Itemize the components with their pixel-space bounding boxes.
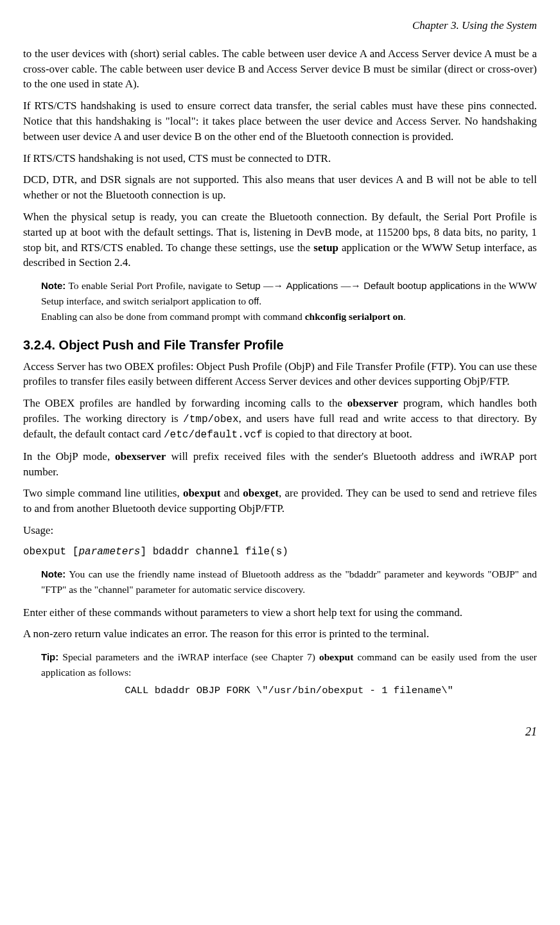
usage-command: obexput [parameters] bdaddr channel file… (23, 545, 537, 559)
bold-text: obexput (319, 651, 353, 662)
text: In the ObjP mode, (23, 450, 115, 463)
bold-text: chkconfig serialport on (305, 311, 403, 322)
paragraph: In the ObjP mode, obexserver will prefix… (23, 449, 537, 480)
text: Two simple command line utilities, (23, 487, 183, 499)
note-block: Note: To enable Serial Port Profile, nav… (41, 278, 537, 324)
note-label: Note: (41, 568, 66, 579)
text: is copied to that directory at boot. (263, 428, 412, 440)
note-text: To enable Serial Port Profile, navigate … (66, 280, 235, 291)
arrow-icon: —→ (338, 280, 363, 291)
paragraph: A non-zero return value indicates an err… (23, 626, 537, 642)
chapter-header: Chapter 3. Using the System (23, 18, 537, 33)
paragraph: When the physical setup is ready, you ca… (23, 209, 537, 270)
bold-text: obexserver (115, 450, 166, 463)
note-text: You can use the friendly name instead of… (41, 568, 537, 595)
note-text: Enabling can also be done from command p… (41, 311, 305, 322)
bold-text: obexput (183, 487, 221, 499)
text: The OBEX profiles are handled by forward… (23, 397, 347, 409)
mono-text: /etc/default.vcf (164, 429, 263, 441)
bold-text: setup (313, 242, 338, 254)
mono-text: /tmp/obex (183, 414, 238, 425)
tip-text: Special parameters and the iWRAP interfa… (58, 651, 319, 662)
nav-item: Default bootup applications (363, 280, 480, 291)
nav-item: Applications (286, 280, 338, 291)
tip-label: Tip: (41, 651, 58, 662)
bold-text: obexget (243, 487, 279, 499)
text: . (403, 311, 406, 322)
mono-text: ] bdaddr channel file(s) (140, 546, 288, 558)
page-number: 21 (23, 724, 537, 740)
paragraph: The OBEX profiles are handled by forward… (23, 396, 537, 443)
note-block: Note: You can use the friendly name inst… (41, 567, 537, 597)
usage-label: Usage: (23, 523, 537, 538)
text: and (220, 487, 243, 499)
mono-text: obexput [ (23, 546, 78, 558)
bold-text: obexserver (347, 397, 398, 409)
tip-block: Tip: Special parameters and the iWRAP in… (41, 649, 537, 698)
paragraph: DCD, DTR, and DSR signals are not suppor… (23, 172, 537, 203)
paragraph: Access Server has two OBEX profiles: Obj… (23, 359, 537, 390)
nav-item: Setup (235, 280, 260, 291)
code-line: CALL bdaddr OBJP FORK \"/usr/bin/obexput… (41, 684, 537, 698)
paragraph: to the user devices with (short) serial … (23, 46, 537, 92)
arrow-icon: —→ (261, 280, 286, 291)
mono-italic-text: parameters (78, 546, 140, 558)
paragraph: Enter either of these commands without p… (23, 605, 537, 621)
text: off (249, 295, 259, 306)
paragraph: If RTS/CTS handshaking is used to ensure… (23, 98, 537, 144)
section-heading: 3.2.4. Object Push and File Transfer Pro… (23, 336, 537, 354)
paragraph: Two simple command line utilities, obexp… (23, 486, 537, 516)
paragraph: If RTS/CTS handshaking is not used, CTS … (23, 151, 537, 166)
text: . (259, 295, 261, 306)
note-label: Note: (41, 280, 66, 291)
